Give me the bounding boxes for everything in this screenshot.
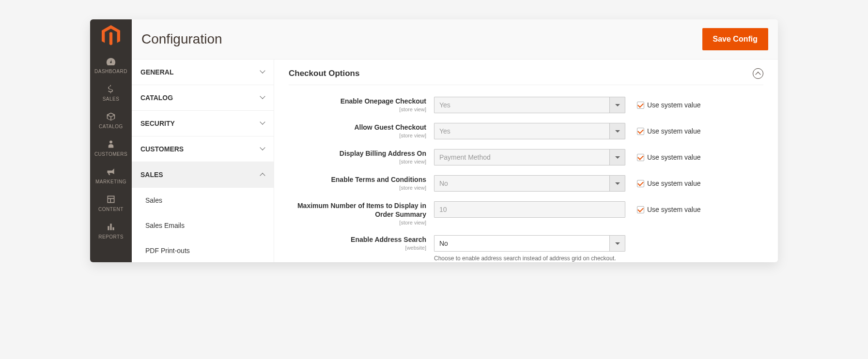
page-title: Configuration: [141, 31, 222, 47]
checkbox-label: Use system value: [647, 180, 700, 187]
sidebar-item-marketing[interactable]: MARKETING: [90, 162, 132, 189]
field-row-billing: Display Billing Address On [store view] …: [289, 149, 763, 165]
content: GENERAL CATALOG SECURITY CUSTOMERS SALES: [132, 60, 778, 262]
checkbox-label: Use system value: [647, 101, 700, 109]
field-label: Enable Onepage Checkout: [341, 97, 426, 105]
field-help-text: Choose to enable address search instead …: [434, 254, 625, 262]
chevron-down-icon: [260, 147, 265, 151]
field-label-col: Enable Onepage Checkout [store view]: [289, 97, 434, 112]
field-input-col: [434, 201, 625, 218]
guest-select: Yes: [434, 123, 625, 139]
sidebar-item-customers[interactable]: CUSTOMERS: [90, 134, 132, 162]
field-label-col: Display Billing Address On [store view]: [289, 149, 434, 165]
chevron-down-icon: [260, 70, 265, 75]
person-icon: [106, 139, 116, 150]
field-row-max-items: Maximum Number of Items to Display in Or…: [289, 201, 763, 225]
config-group-label: CUSTOMERS: [140, 145, 184, 153]
sidebar-item-label: CUSTOMERS: [94, 151, 127, 157]
field-checkbox-col: Use system value: [625, 175, 700, 192]
address-search-select[interactable]: No: [434, 235, 625, 252]
field-label: Display Billing Address On: [340, 150, 426, 157]
config-subitem-pdf-printouts[interactable]: PDF Print-outs: [132, 238, 274, 262]
config-subitem-sales-emails[interactable]: Sales Emails: [132, 213, 274, 238]
config-group-catalog[interactable]: CATALOG: [132, 85, 274, 111]
section-header: Checkout Options: [289, 68, 763, 85]
dropdown-arrow-icon: [609, 150, 625, 165]
max-items-use-system-checkbox[interactable]: [637, 206, 644, 213]
onepage-select: Yes: [434, 97, 625, 113]
terms-use-system-checkbox[interactable]: [637, 180, 644, 187]
field-label-col: Enable Terms and Conditions [store view]: [289, 175, 434, 191]
field-label-col: Maximum Number of Items to Display in Or…: [289, 201, 434, 225]
sidebar-item-label: CATALOG: [99, 124, 123, 129]
sidebar-item-label: DASHBOARD: [94, 69, 127, 74]
field-scope: [store view]: [289, 220, 426, 225]
chevron-down-icon: [260, 121, 265, 126]
field-scope: [store view]: [289, 106, 426, 112]
config-group-customers[interactable]: CUSTOMERS: [132, 136, 274, 162]
chevron-up-icon: [260, 172, 265, 177]
field-row-address-search: Enable Address Search [website] No Choos…: [289, 235, 763, 262]
sidebar-item-label: CONTENT: [98, 207, 124, 212]
guest-use-system-checkbox[interactable]: [637, 128, 644, 135]
settings-panel: Checkout Options Enable Onepage Checkout…: [274, 60, 778, 262]
megaphone-icon: [106, 166, 116, 177]
section-title: Checkout Options: [289, 69, 359, 78]
sidebar-item-label: MARKETING: [95, 179, 126, 184]
sidebar-item-dashboard[interactable]: DASHBOARD: [90, 51, 132, 79]
dropdown-arrow-icon: [609, 123, 625, 139]
field-scope: [store view]: [289, 159, 426, 165]
config-group-general[interactable]: GENERAL: [132, 60, 274, 85]
field-input-col: No Choose to enable address search inste…: [434, 235, 625, 262]
app-window: DASHBOARD SALES CATALOG CUSTOMERS MARKET…: [90, 19, 778, 262]
sidebar: DASHBOARD SALES CATALOG CUSTOMERS MARKET…: [90, 19, 132, 262]
main: Configuration Save Config GENERAL CATALO…: [132, 19, 778, 262]
field-checkbox-col: Use system value: [625, 97, 700, 113]
field-input-col: Yes: [434, 97, 625, 113]
sidebar-item-catalog[interactable]: CATALOG: [90, 106, 132, 134]
select-value: Payment Method: [434, 150, 609, 165]
sidebar-item-reports[interactable]: REPORTS: [90, 217, 132, 244]
field-row-terms: Enable Terms and Conditions [store view]…: [289, 175, 763, 192]
checkbox-label: Use system value: [647, 153, 700, 161]
config-nav: GENERAL CATALOG SECURITY CUSTOMERS SALES: [132, 60, 274, 262]
field-label: Enable Address Search: [351, 236, 426, 243]
layout-icon: [106, 194, 116, 205]
dropdown-arrow-icon: [609, 236, 625, 251]
sidebar-item-sales[interactable]: SALES: [90, 79, 132, 106]
checkbox-label: Use system value: [647, 206, 700, 213]
config-subitem-sales[interactable]: Sales: [132, 188, 274, 213]
dropdown-arrow-icon: [609, 176, 625, 191]
field-input-col: Payment Method: [434, 149, 625, 165]
config-group-label: GENERAL: [140, 68, 173, 76]
field-input-col: Yes: [434, 123, 625, 139]
sidebar-item-content[interactable]: CONTENT: [90, 189, 132, 217]
field-label: Enable Terms and Conditions: [331, 176, 426, 183]
field-label: Allow Guest Checkout: [354, 123, 426, 131]
config-group-label: SECURITY: [140, 120, 175, 127]
terms-select: No: [434, 175, 625, 192]
config-group-security[interactable]: SECURITY: [132, 111, 274, 136]
field-checkbox-col: Use system value: [625, 201, 700, 218]
field-row-guest: Allow Guest Checkout [store view] Yes Us…: [289, 123, 763, 139]
field-label-col: Enable Address Search [website]: [289, 235, 434, 251]
select-value: No: [434, 236, 609, 251]
gauge-icon: [106, 56, 116, 67]
select-value: Yes: [434, 97, 609, 113]
billing-select: Payment Method: [434, 149, 625, 165]
onepage-use-system-checkbox[interactable]: [637, 102, 644, 109]
field-scope: [store view]: [289, 133, 426, 138]
save-config-button[interactable]: Save Config: [702, 28, 768, 50]
topbar: Configuration Save Config: [132, 19, 778, 60]
chevron-down-icon: [260, 95, 265, 100]
billing-use-system-checkbox[interactable]: [637, 154, 644, 161]
field-scope: [website]: [289, 245, 426, 251]
field-checkbox-col: Use system value: [625, 123, 700, 139]
magento-logo-icon: [102, 25, 120, 44]
select-value: Yes: [434, 123, 609, 139]
dollar-icon: [106, 84, 116, 94]
config-group-sales[interactable]: SALES: [132, 162, 274, 188]
checkbox-label: Use system value: [647, 127, 700, 135]
collapse-section-button[interactable]: [753, 68, 763, 79]
max-items-input: [434, 201, 625, 218]
